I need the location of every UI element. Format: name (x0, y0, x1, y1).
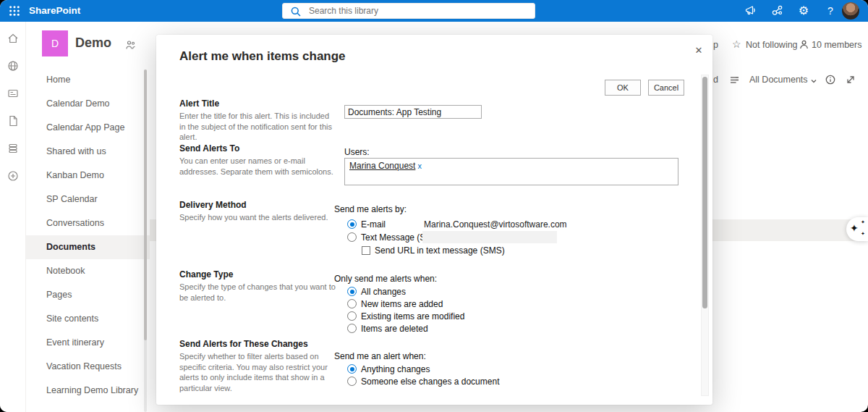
app-launcher-waffle-icon[interactable] (9, 5, 20, 17)
sidebar-scrollbar[interactable] (144, 70, 147, 412)
send-to-description: You can enter user names or e-mail addre… (179, 156, 336, 177)
radio-icon[interactable] (347, 287, 357, 296)
home-icon[interactable] (7, 32, 20, 45)
sidebar-nav-item[interactable]: Site contents (26, 307, 150, 331)
assistant-sparkle-button[interactable]: ✦ ✦ ✦ (846, 217, 868, 241)
users-label: Users: (344, 147, 370, 157)
sidebar-nav-item[interactable]: Documents (26, 235, 150, 259)
user-avatar[interactable] (842, 2, 859, 20)
site-navigation: Home Calendar Demo Calendar App Page Sha… (26, 68, 150, 403)
sidebar-nav-item[interactable]: Event itinerary (26, 331, 150, 355)
sparkle-icon: ✦ (850, 222, 859, 234)
radio-icon[interactable] (347, 311, 357, 321)
expand-icon[interactable] (845, 74, 856, 88)
people-icon[interactable] (799, 39, 809, 52)
search-bar[interactable] (282, 3, 535, 19)
change-type-options: All changes New items are added Existing… (347, 287, 464, 333)
filter-radio-option[interactable]: Anything changes (347, 364, 499, 374)
change-type-group-label: Only send me alerts when: (334, 274, 437, 284)
change-type-heading: Change Type (179, 269, 233, 279)
megaphone-icon[interactable] (744, 4, 757, 17)
filter-group-label: Send me an alert when: (334, 351, 426, 361)
alert-title-heading: Alert Title (179, 98, 219, 109)
filter-options: Anything changes Someone else changes a … (347, 364, 499, 386)
filter-heading: Send Alerts for These Changes (179, 339, 308, 349)
follow-status[interactable]: Not following (746, 40, 798, 50)
sharepoint-app: SharePoint ⚙ ? (0, 0, 868, 412)
alert-title-description: Enter the title for this alert. This is … (179, 111, 336, 143)
site-title[interactable]: Demo (75, 35, 111, 51)
dialog-scrollbar[interactable] (701, 75, 709, 396)
settings-gear-icon[interactable]: ⚙ (797, 4, 810, 17)
search-input[interactable] (307, 4, 524, 18)
send-url-checkbox-label: Send URL in text message (SMS) (375, 245, 505, 256)
star-icon[interactable]: ☆ (732, 38, 741, 50)
email-option-label: E-mail (361, 219, 386, 230)
radio-icon[interactable] (347, 364, 357, 374)
connector-icon[interactable] (770, 4, 783, 17)
radio-icon[interactable] (347, 219, 357, 229)
sidebar-nav-item[interactable]: Calendar App Page (26, 116, 150, 140)
dialog-title: Alert me when items change (179, 49, 346, 64)
user-persona[interactable]: Marina Conquest (349, 161, 415, 171)
sidebar-nav-item[interactable]: SP Calendar (26, 188, 150, 211)
clipped-text-top: p (713, 40, 718, 50)
info-icon[interactable] (825, 74, 836, 88)
radio-icon[interactable] (347, 324, 357, 333)
send-url-checkbox-row[interactable]: Send URL in text message (SMS) (362, 245, 505, 255)
cancel-button[interactable]: Cancel (648, 80, 684, 96)
change-type-radio-option[interactable]: Items are deleted (347, 324, 464, 333)
clipped-text-mid: d (713, 75, 718, 85)
suite-bar: SharePoint ⚙ ? (0, 0, 868, 22)
change-type-radio-option[interactable]: All changes (347, 287, 464, 296)
alert-dialog: Alert me when items change ✕ OK Cancel A… (156, 35, 712, 405)
news-icon[interactable] (7, 87, 20, 100)
sparkle-dot-icon: ✦ (861, 219, 865, 225)
create-icon[interactable] (7, 169, 20, 182)
sidebar-nav-item[interactable]: Home (26, 68, 150, 92)
filter-description: Specify whether to filter alerts based o… (179, 351, 336, 393)
sparkle-dot-icon: ✦ (861, 231, 865, 237)
sidebar-nav-item[interactable]: Shared with us (26, 140, 150, 164)
filter-radio-option[interactable]: Someone else changes a document (347, 377, 499, 386)
sharepoint-wordmark[interactable]: SharePoint (29, 0, 80, 22)
sms-number-field (422, 231, 557, 243)
change-type-radio-option[interactable]: Existing items are modified (347, 311, 464, 321)
sidebar-nav-item[interactable]: Learning Demo Library (26, 379, 150, 403)
radio-icon[interactable] (347, 377, 357, 386)
ok-button[interactable]: OK (605, 80, 641, 96)
sidebar-scrollbar-thumb[interactable] (144, 70, 147, 340)
search-icon (290, 6, 302, 17)
sidebar-nav-item[interactable]: Kanban Demo (26, 164, 150, 188)
lists-icon[interactable] (7, 142, 20, 155)
email-address-value: Marina.Conquest@virtosoftware.com (424, 219, 567, 230)
checkbox-icon[interactable] (362, 246, 370, 255)
sidebar-nav-item[interactable]: Conversations (26, 211, 150, 235)
alert-title-input[interactable] (344, 105, 482, 119)
help-icon[interactable]: ? (824, 4, 837, 17)
document-icon[interactable] (7, 114, 20, 127)
sidebar-nav-item[interactable]: Vacation Requests (26, 355, 150, 379)
users-picker[interactable]: Marina Conquestx (344, 158, 678, 185)
email-radio-option[interactable]: E-mail (347, 219, 386, 229)
sidebar-nav-item[interactable]: Calendar Demo (26, 92, 150, 116)
site-logo[interactable]: D (42, 30, 68, 56)
close-icon[interactable]: ✕ (692, 43, 706, 58)
dialog-scrollbar-thumb[interactable] (702, 77, 707, 308)
radio-icon[interactable] (347, 299, 357, 308)
radio-icon[interactable] (347, 232, 357, 242)
send-to-heading: Send Alerts To (179, 143, 239, 154)
app-rail (0, 22, 26, 412)
sidebar-nav-item[interactable]: Notebook (26, 259, 150, 283)
globe-icon[interactable] (7, 59, 20, 72)
chevron-down-icon[interactable] (810, 77, 817, 87)
view-options-icon[interactable] (729, 75, 740, 88)
teams-icon (125, 40, 136, 51)
members-count[interactable]: 10 members (812, 40, 861, 50)
sidebar-nav-item[interactable]: Pages (26, 283, 150, 307)
view-selector[interactable]: All Documents (749, 75, 808, 85)
delivery-heading: Delivery Method (179, 200, 247, 210)
change-type-radio-option[interactable]: New items are added (347, 299, 464, 308)
remove-user-icon[interactable]: x (417, 161, 422, 170)
change-type-description: Specify the type of changes that you wan… (179, 282, 336, 303)
